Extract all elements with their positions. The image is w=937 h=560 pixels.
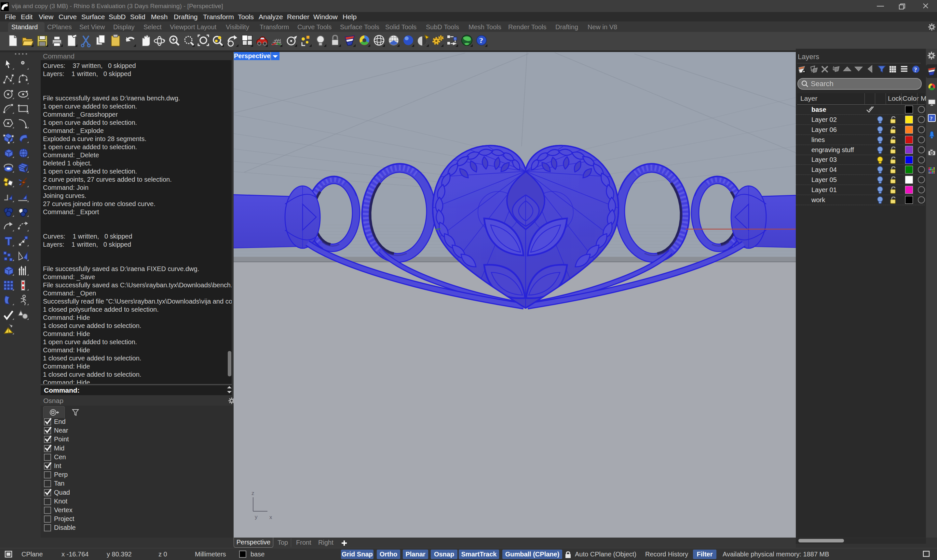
svg-text:x: x: [269, 514, 272, 520]
svg-text:z: z: [252, 490, 255, 496]
svg-text:8: 8: [6, 3, 8, 7]
svg-text:?: ?: [914, 66, 917, 73]
svg-text:y: y: [255, 514, 258, 520]
svg-text:?: ?: [930, 115, 933, 122]
svg-text:?: ?: [479, 36, 483, 45]
